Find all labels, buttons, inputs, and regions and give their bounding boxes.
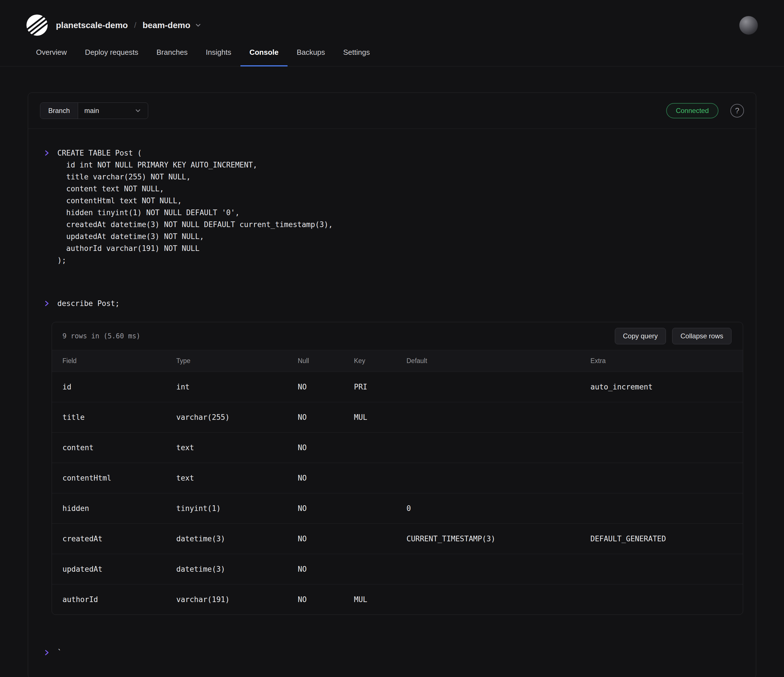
console-toolbar: Branch main Connected ? bbox=[28, 93, 756, 129]
sql-statement: describe Post; bbox=[58, 297, 120, 310]
table-row: updatedAt datetime(3) NO bbox=[52, 554, 743, 584]
cell-field: updatedAt bbox=[62, 565, 176, 573]
project-switcher[interactable]: beam-demo bbox=[143, 20, 202, 30]
cell-type: int bbox=[176, 383, 298, 391]
chevron-down-icon bbox=[134, 107, 142, 114]
sql-statement: CREATE TABLE Post ( id int NOT NULL PRIM… bbox=[58, 147, 333, 266]
cell-null: NO bbox=[298, 413, 354, 422]
tab-console[interactable]: Console bbox=[240, 48, 288, 67]
cell-type: tinyint(1) bbox=[176, 504, 298, 513]
cell-field: contentHtml bbox=[62, 474, 176, 482]
table-header-row: Field Type Null Key Default Extra bbox=[52, 350, 743, 372]
planetscale-logo-icon bbox=[26, 14, 48, 36]
breadcrumb-separator: / bbox=[134, 21, 136, 30]
console-input-text[interactable]: ` bbox=[58, 647, 62, 658]
console-panel: Branch main Connected ? CREATE TABLE Pos… bbox=[28, 93, 756, 677]
cell-default: CURRENT_TIMESTAMP(3) bbox=[406, 534, 590, 543]
executed-query: CREATE TABLE Post ( id int NOT NULL PRIM… bbox=[43, 147, 756, 266]
column-header-field: Field bbox=[62, 357, 176, 365]
tab-branches[interactable]: Branches bbox=[147, 48, 197, 67]
cell-null: NO bbox=[298, 565, 354, 573]
cell-type: varchar(255) bbox=[176, 413, 298, 422]
column-header-type: Type bbox=[176, 357, 298, 365]
cell-type: text bbox=[176, 474, 298, 482]
connection-status-badge: Connected bbox=[666, 103, 719, 118]
cell-extra: auto_increment bbox=[590, 383, 743, 391]
cell-type: datetime(3) bbox=[176, 534, 298, 543]
cell-null: NO bbox=[298, 504, 354, 513]
column-header-extra: Extra bbox=[590, 357, 743, 365]
cell-null: NO bbox=[298, 474, 354, 482]
cell-key: MUL bbox=[354, 595, 406, 604]
cell-field: id bbox=[62, 383, 176, 391]
branch-label: Branch bbox=[40, 103, 78, 119]
cell-field: createdAt bbox=[62, 534, 176, 543]
main-nav: Overview Deploy requests Branches Insigh… bbox=[0, 36, 784, 67]
cell-null: NO bbox=[298, 595, 354, 604]
table-row: id int NO PRI auto_increment bbox=[52, 372, 743, 402]
query-result: 9 rows in (5.60 ms) Copy query Collapse … bbox=[52, 322, 743, 615]
cell-null: NO bbox=[298, 444, 354, 452]
breadcrumb-org[interactable]: planetscale-demo bbox=[56, 20, 128, 30]
tab-backups[interactable]: Backups bbox=[288, 48, 334, 67]
cell-field: title bbox=[62, 413, 176, 422]
cell-default: 0 bbox=[406, 504, 590, 513]
column-header-default: Default bbox=[406, 357, 590, 365]
table-row: content text NO bbox=[52, 432, 743, 463]
breadcrumb: planetscale-demo / beam-demo bbox=[56, 20, 202, 30]
cell-field: authorId bbox=[62, 595, 176, 604]
cell-field: hidden bbox=[62, 504, 176, 513]
column-header-null: Null bbox=[298, 357, 354, 365]
tab-overview[interactable]: Overview bbox=[27, 48, 76, 67]
copy-query-button[interactable]: Copy query bbox=[615, 328, 666, 344]
cell-null: NO bbox=[298, 534, 354, 543]
branch-current: main bbox=[84, 107, 99, 115]
table-row: authorId varchar(191) NO MUL bbox=[52, 584, 743, 615]
app-header: planetscale-demo / beam-demo bbox=[0, 0, 784, 36]
cell-type: varchar(191) bbox=[176, 595, 298, 604]
breadcrumb-project: beam-demo bbox=[143, 20, 190, 30]
chevron-down-icon bbox=[194, 22, 202, 29]
table-row: contentHtml text NO bbox=[52, 463, 743, 493]
cell-type: text bbox=[176, 444, 298, 452]
console-input-line[interactable]: ` bbox=[43, 647, 756, 658]
cell-key: MUL bbox=[354, 413, 406, 422]
prompt-chevron-icon bbox=[43, 147, 51, 159]
result-actions: Copy query Collapse rows bbox=[615, 328, 731, 344]
prompt-chevron-icon bbox=[43, 647, 51, 658]
branch-selector: Branch main bbox=[40, 103, 148, 119]
table-row: title varchar(255) NO MUL bbox=[52, 402, 743, 432]
executed-query: describe Post; bbox=[43, 297, 756, 310]
table-row: hidden tinyint(1) NO 0 bbox=[52, 493, 743, 523]
tab-insights[interactable]: Insights bbox=[197, 48, 240, 67]
cell-extra: DEFAULT_GENERATED bbox=[590, 534, 743, 543]
user-avatar[interactable] bbox=[739, 16, 758, 35]
tab-deploy-requests[interactable]: Deploy requests bbox=[76, 48, 147, 67]
toolbar-right: Connected ? bbox=[666, 103, 744, 118]
cell-null: NO bbox=[298, 383, 354, 391]
table-row: createdAt datetime(3) NO CURRENT_TIMESTA… bbox=[52, 523, 743, 554]
branch-dropdown[interactable]: main bbox=[78, 103, 148, 119]
result-summary: 9 rows in (5.60 ms) bbox=[62, 332, 140, 340]
help-icon[interactable]: ? bbox=[730, 104, 744, 118]
cell-field: content bbox=[62, 444, 176, 452]
result-header: 9 rows in (5.60 ms) Copy query Collapse … bbox=[52, 322, 743, 350]
console-output: CREATE TABLE Post ( id int NOT NULL PRIM… bbox=[28, 129, 756, 677]
collapse-rows-button[interactable]: Collapse rows bbox=[672, 328, 731, 344]
column-header-key: Key bbox=[354, 357, 406, 365]
cell-key: PRI bbox=[354, 383, 406, 391]
tab-settings[interactable]: Settings bbox=[334, 48, 379, 67]
cell-type: datetime(3) bbox=[176, 565, 298, 573]
prompt-chevron-icon bbox=[43, 297, 51, 310]
